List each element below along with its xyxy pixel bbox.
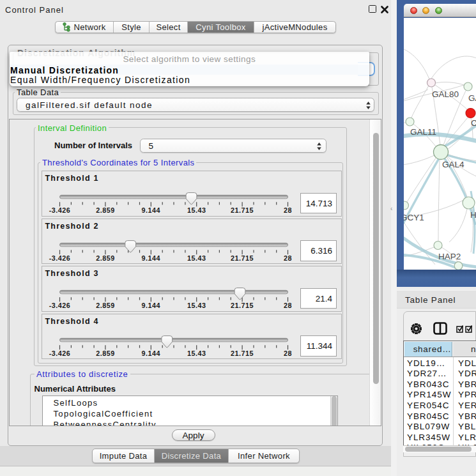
svg-text:GA: GA — [468, 93, 476, 103]
svg-text:28: 28 — [283, 302, 291, 309]
svg-text:GAL11: GAL11 — [410, 127, 436, 137]
svg-text:9.144: 9.144 — [141, 349, 160, 357]
svg-text:15.43: 15.43 — [187, 349, 206, 357]
svg-text:2.859: 2.859 — [96, 206, 115, 214]
svg-text:-3.426: -3.426 — [49, 254, 70, 261]
svg-text:-3.426: -3.426 — [49, 349, 70, 357]
svg-text:HAP2: HAP2 — [438, 252, 461, 261]
svg-text:28: 28 — [283, 349, 291, 357]
svg-text:GAL80: GAL80 — [432, 89, 459, 99]
svg-text:15.43: 15.43 — [187, 254, 206, 261]
svg-text:2.859: 2.859 — [96, 349, 115, 357]
svg-text:2.859: 2.859 — [96, 302, 115, 309]
svg-text:21.715: 21.715 — [231, 206, 254, 214]
svg-text:15.43: 15.43 — [187, 206, 206, 214]
svg-text:28: 28 — [283, 206, 291, 214]
svg-text:21.715: 21.715 — [231, 302, 254, 309]
svg-text:-3.426: -3.426 — [49, 302, 70, 309]
svg-text:GAL4: GAL4 — [442, 160, 464, 169]
svg-text:-3.426: -3.426 — [49, 206, 70, 214]
svg-text:9.144: 9.144 — [141, 206, 160, 214]
svg-text:21.715: 21.715 — [231, 349, 254, 357]
svg-text:GCY1: GCY1 — [404, 213, 424, 222]
svg-text:C: C — [471, 118, 476, 128]
svg-text:H: H — [470, 210, 476, 220]
svg-text:9.144: 9.144 — [141, 302, 160, 309]
svg-text:9.144: 9.144 — [141, 254, 160, 261]
svg-text:2.859: 2.859 — [96, 254, 115, 261]
svg-text:15.43: 15.43 — [187, 302, 206, 309]
svg-text:28: 28 — [283, 254, 291, 261]
svg-text:21.715: 21.715 — [231, 254, 254, 261]
